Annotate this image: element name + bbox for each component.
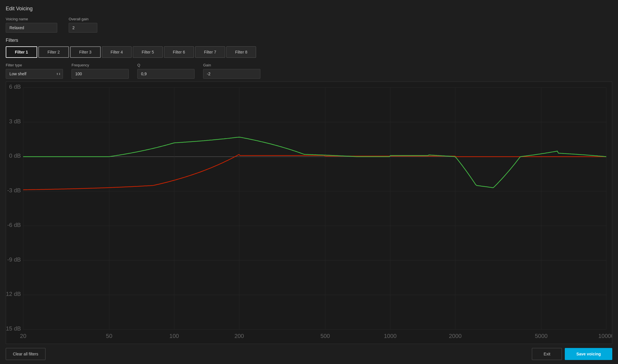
svg-text:6 dB: 6 dB — [9, 84, 21, 90]
svg-text:-12 dB: -12 dB — [6, 291, 21, 297]
svg-text:-15 dB: -15 dB — [6, 325, 21, 332]
save-voicing-button[interactable]: Save voicing — [565, 348, 612, 360]
filters-tabs: Filter 1Filter 2Filter 3Filter 4Filter 5… — [6, 46, 612, 58]
exit-button[interactable]: Exit — [532, 348, 562, 360]
svg-text:500: 500 — [320, 333, 330, 339]
overall-gain-group: Overall gain — [69, 17, 97, 33]
filter-tab-7[interactable]: Filter 7 — [195, 46, 225, 58]
page-title: Edit Voicing — [6, 6, 612, 12]
form-row: Voicing name Overall gain — [6, 17, 612, 33]
filter-tab-4[interactable]: Filter 4 — [102, 46, 132, 58]
frequency-group: Frequency — [72, 63, 129, 79]
filter-type-select[interactable]: Low shelf High shelf Peak Notch Low pass… — [6, 69, 63, 79]
filter-type-group: Filter type Low shelf High shelf Peak No… — [6, 63, 63, 79]
gain-group: Gain — [203, 63, 260, 79]
svg-text:2000: 2000 — [449, 333, 461, 339]
svg-text:-9 dB: -9 dB — [7, 256, 21, 263]
voicing-name-group: Voicing name — [6, 17, 57, 33]
eq-chart-svg: 6 dB3 dB0 dB-3 dB-6 dB-9 dB-12 dB-15 dB2… — [6, 82, 612, 344]
q-input[interactable] — [137, 69, 195, 79]
svg-text:200: 200 — [234, 333, 244, 339]
svg-text:100: 100 — [169, 333, 179, 339]
svg-text:1000: 1000 — [384, 333, 397, 339]
filter-tab-1[interactable]: Filter 1 — [6, 46, 37, 58]
svg-text:-6 dB: -6 dB — [7, 222, 21, 228]
filter-tab-2[interactable]: Filter 2 — [38, 46, 69, 58]
gain-input[interactable] — [203, 69, 260, 79]
right-buttons: Exit Save voicing — [532, 348, 612, 360]
voicing-name-label: Voicing name — [6, 17, 57, 21]
overall-gain-label: Overall gain — [69, 17, 97, 21]
filter-type-select-wrapper: Low shelf High shelf Peak Notch Low pass… — [6, 69, 63, 79]
voicing-name-input[interactable] — [6, 23, 57, 33]
svg-text:-3 dB: -3 dB — [7, 187, 21, 193]
gain-label: Gain — [203, 63, 260, 67]
eq-chart: 6 dB3 dB0 dB-3 dB-6 dB-9 dB-12 dB-15 dB2… — [6, 82, 612, 344]
svg-rect-0 — [6, 82, 612, 344]
filter-tab-3[interactable]: Filter 3 — [70, 46, 101, 58]
svg-text:20: 20 — [20, 333, 26, 339]
frequency-label: Frequency — [72, 63, 129, 67]
filter-tab-5[interactable]: Filter 5 — [133, 46, 163, 58]
overall-gain-input[interactable] — [69, 23, 97, 33]
svg-text:50: 50 — [106, 333, 112, 339]
svg-text:10000: 10000 — [598, 333, 612, 339]
q-label: Q — [137, 63, 195, 67]
filter-tab-6[interactable]: Filter 6 — [164, 46, 194, 58]
q-group: Q — [137, 63, 195, 79]
svg-text:3 dB: 3 dB — [9, 118, 21, 124]
filter-controls: Filter type Low shelf High shelf Peak No… — [6, 63, 612, 79]
filter-type-label: Filter type — [6, 63, 63, 67]
clear-filters-button[interactable]: Clear all filters — [6, 348, 45, 360]
svg-text:5000: 5000 — [535, 333, 547, 339]
bottom-bar: Clear all filters Exit Save voicing — [6, 344, 612, 361]
svg-text:0 dB: 0 dB — [9, 153, 21, 159]
filter-tab-8[interactable]: Filter 8 — [226, 46, 256, 58]
filters-section-title: Filters — [6, 38, 612, 43]
frequency-input[interactable] — [72, 69, 129, 79]
